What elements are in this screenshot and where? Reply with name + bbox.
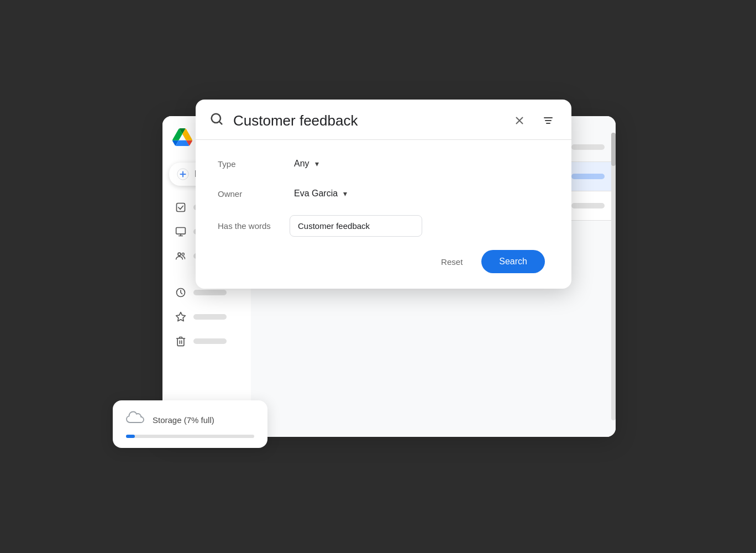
type-field-row: Type Any ▾ — [218, 155, 549, 172]
search-button[interactable]: Search — [481, 250, 545, 273]
search-body: Type Any ▾ Owner Eva Garcia ▾ — [196, 140, 571, 289]
close-button[interactable] — [510, 111, 529, 131]
type-control: Any ▾ — [290, 155, 549, 172]
svg-rect-2 — [176, 228, 186, 234]
owner-label: Owner — [218, 189, 290, 199]
sidebar-label — [193, 338, 227, 344]
type-value: Any — [294, 159, 309, 169]
plus-icon — [177, 168, 189, 180]
storage-bar-container — [126, 435, 254, 438]
words-label: Has the words — [218, 221, 290, 231]
owner-select[interactable]: Eva Garcia ▾ — [290, 185, 356, 202]
storage-bar-fill — [126, 435, 135, 438]
svg-point-3 — [178, 253, 181, 255]
chevron-down-icon: ▾ — [343, 189, 347, 198]
owner-field-row: Owner Eva Garcia ▾ — [218, 185, 549, 202]
svg-point-4 — [182, 253, 184, 255]
shared-people-icon — [175, 250, 187, 262]
type-select[interactable]: Any ▾ — [290, 155, 356, 172]
checkbox-icon — [175, 201, 187, 213]
date-bar — [571, 203, 605, 208]
date-bar — [571, 174, 605, 179]
words-control — [290, 215, 549, 237]
storage-card: Storage (7% full) — [113, 400, 267, 448]
search-title: Customer feedback — [233, 112, 501, 129]
scrollbar-thumb — [611, 133, 616, 166]
drive-logo-icon — [172, 127, 192, 147]
type-label: Type — [218, 159, 290, 169]
search-actions: Reset Search — [218, 250, 549, 273]
storage-text: Storage (7% full) — [153, 415, 214, 425]
sidebar-item-trash[interactable] — [169, 331, 244, 352]
sidebar-item-starred[interactable] — [169, 306, 244, 327]
reset-button[interactable]: Reset — [431, 252, 473, 272]
trash-icon — [175, 335, 187, 347]
filter-button[interactable] — [538, 111, 558, 131]
storage-info-row: Storage (7% full) — [126, 410, 254, 429]
scrollbar[interactable] — [611, 133, 616, 420]
sidebar-label — [193, 314, 227, 320]
search-icon — [209, 111, 224, 130]
search-header: Customer feedback — [196, 100, 571, 139]
filter-icon — [544, 117, 553, 124]
owner-control: Eva Garcia ▾ — [290, 185, 549, 202]
date-bar — [571, 144, 605, 150]
svg-point-14 — [212, 114, 221, 123]
words-field-row: Has the words — [218, 215, 549, 237]
svg-rect-1 — [177, 204, 185, 212]
words-input[interactable] — [290, 215, 422, 237]
cloud-icon — [126, 410, 145, 429]
owner-value: Eva Garcia — [294, 189, 338, 199]
search-modal: Customer feedback Type Any ▾ — [196, 100, 571, 289]
star-icon — [175, 311, 187, 323]
monitor-icon — [175, 226, 187, 238]
clock-icon — [175, 286, 187, 299]
chevron-down-icon: ▾ — [315, 159, 319, 168]
sidebar-label — [193, 290, 227, 295]
